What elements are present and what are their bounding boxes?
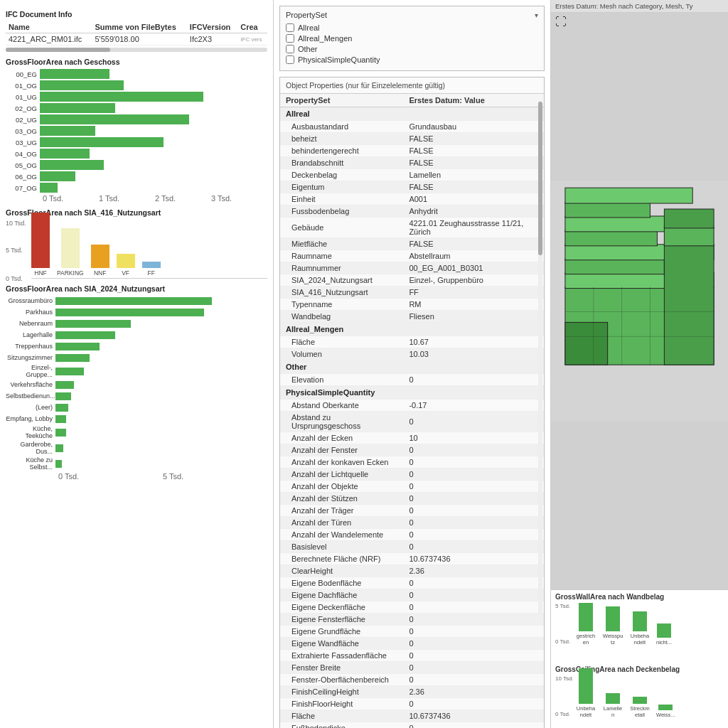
- prop-value: RM: [403, 299, 544, 311]
- nutzart-vbar: HNF PARKING NNF VF FF: [31, 220, 267, 277]
- bar-track: [40, 126, 267, 136]
- checkbox[interactable]: [286, 34, 294, 43]
- viewport-title: Erstes Datum: Mesh nach Category, Mesh, …: [551, 0, 728, 13]
- ceiling-vbar-fill: [658, 705, 673, 710]
- gfa-bar-row: 05_OG: [6, 160, 267, 170]
- ifc-bytes: 5'559'018.00: [92, 33, 186, 46]
- nutzart2-bar-row: Lagerhalle: [6, 330, 267, 340]
- ps-dropdown-icon[interactable]: ▾: [535, 11, 538, 19]
- vbar-fill: [91, 245, 109, 268]
- prop-value: Lamellen: [403, 169, 544, 181]
- checkbox-row[interactable]: Other: [286, 45, 538, 53]
- wall-vbar-col: nicht...: [656, 623, 672, 646]
- checkbox-row[interactable]: Allreal: [286, 23, 538, 32]
- prop-name: Eigene Bodenfläche: [280, 577, 403, 589]
- prop-value: 0: [403, 638, 544, 650]
- gfa-geschoss-title: GrossFloorArea nach Geschoss: [6, 58, 267, 66]
- bar-label: Verkehrsfläche: [6, 381, 55, 388]
- gfa-bar-row: 02_OG: [6, 103, 267, 113]
- prop-name: Anzahl der Objekte: [280, 481, 403, 493]
- ifc-version: Ifc2X3: [187, 33, 237, 46]
- nutzart2-chart: Grossraumbüro Parkhaus Nebenraum Lagerha…: [6, 296, 267, 481]
- bar-fill: [55, 343, 100, 350]
- vbar-col: FF: [142, 262, 161, 277]
- bar-fill: [40, 137, 164, 147]
- prop-name: Abstand Oberkante: [280, 400, 403, 412]
- table-row: Anzahl der Objekte0: [280, 481, 544, 493]
- prop-value: 0: [403, 614, 544, 626]
- bar-label: Parkhaus: [6, 309, 55, 316]
- nutzart2-bar-row: Einzel-, Gruppe...: [6, 364, 267, 378]
- bar-label: 06_OG: [6, 173, 40, 181]
- prop-name: Anzahl der Stützen: [280, 493, 403, 505]
- wall-vbar-label: Unbehandelt: [629, 633, 651, 646]
- scrollbar-h[interactable]: [6, 48, 267, 52]
- prop-name: Anzahl der Wandelemente: [280, 529, 403, 541]
- prop-value: FALSE: [403, 145, 544, 157]
- ceiling-vbar-label: Lamellen: [602, 705, 623, 718]
- x-axis-label: 0 Tsd.: [43, 194, 99, 203]
- table-row: Abstand Oberkante-0.17: [280, 400, 544, 412]
- table-row: Berechnete Fläche (NRF)10.6737436: [280, 553, 544, 565]
- bar-label: Garderobe, Dus...: [6, 441, 55, 455]
- prop-name: Abstand zu Ursprungsgeschoss: [280, 412, 403, 432]
- ceiling-vbar-label: Weiss...: [656, 712, 675, 718]
- vbar-col: VF: [117, 254, 135, 277]
- scrollbar-v[interactable]: [538, 101, 542, 614]
- prop-name: Anzahl der Fenster: [280, 444, 403, 456]
- table-row: Raumnummer00_EG_A001_B0301: [280, 262, 544, 274]
- vbar-xlabel: VF: [122, 269, 129, 277]
- table-row: beheiztFALSE: [280, 133, 544, 145]
- bar-label: Lagerhalle: [6, 331, 55, 338]
- prop-value: 0: [403, 577, 544, 589]
- prop-name: Gebäude: [280, 218, 403, 238]
- table-row: Anzahl der Träger0: [280, 505, 544, 517]
- table-row: MietflächeFALSE: [280, 238, 544, 250]
- prop-name: Extrahierte Fassadenfläche: [280, 650, 403, 662]
- prop-name: Brandabschnitt: [280, 157, 403, 169]
- prop-name: Anzahl der Lichtquelle: [280, 469, 403, 481]
- prop-name: Fussbodenbelag: [280, 205, 403, 218]
- expand-icon[interactable]: ⛶: [555, 16, 567, 28]
- gfa-geschoss-chart: 00_EG 01_OG 01_UG 02_OG 02_UG 03_OG 03_U…: [6, 69, 267, 203]
- ifc-doc-title: IFC Document Info: [6, 10, 267, 18]
- prop-value: 0: [403, 505, 544, 517]
- prop-value: 0: [403, 626, 544, 638]
- table-row: SIA_2024_NutzungsartEinzel-, Gruppenbüro: [280, 274, 544, 287]
- table-row: Anzahl der konkaven Ecken0: [280, 456, 544, 469]
- checkbox-row[interactable]: PhysicalSimpleQuantity: [286, 55, 538, 64]
- prop-name: FinishFloorHeight: [280, 698, 403, 710]
- prop-name: Fußbodendicke: [280, 722, 403, 729]
- prop-name: ClearHeight: [280, 565, 403, 577]
- nutzart2-bar-row: Sitzungszimmer: [6, 353, 267, 363]
- nutzart2-title: GrossFloorArea nach SIA_2024_Nutzungsart: [6, 284, 267, 293]
- checkbox-row[interactable]: Allreal_Mengen: [286, 34, 538, 43]
- prop-name: Anzahl der konkaven Ecken: [280, 456, 403, 469]
- ceiling-vbar-col: Streckmetall: [629, 697, 651, 718]
- prop-value: 00_EG_A001_B0301: [403, 262, 544, 274]
- nutzart2-bar-row: Selbstbedienun...: [6, 391, 267, 401]
- checkbox[interactable]: [286, 45, 294, 53]
- checkbox[interactable]: [286, 55, 294, 64]
- right-charts: GrossWallArea nach Wandbelag 5 Tsd. 0 Ts…: [551, 589, 728, 728]
- bar-track: [55, 307, 267, 317]
- bar-fill: [55, 309, 204, 316]
- prop-name: SIA_2024_Nutzungsart: [280, 274, 403, 287]
- prop-name: Elevation: [280, 374, 403, 386]
- wall-vbar-fill: [579, 603, 593, 631]
- wall-vbar-label: gestrichen: [575, 633, 596, 646]
- vbar-col: HNF: [31, 213, 50, 277]
- wall-vbar-col: gestrichen: [575, 603, 596, 646]
- vbar-fill: [31, 213, 50, 268]
- prop-value: 4221.01 Zeughausstrasse 11/21, Zürich: [403, 218, 544, 238]
- prop-name: behindertengerecht: [280, 145, 403, 157]
- props-table-wrap: PropertySet Erstes Datum: Value AllrealA…: [280, 94, 544, 728]
- viewport-3d: ⛶: [551, 13, 728, 589]
- bar-label: Selbstbedienun...: [6, 392, 55, 400]
- table-row: Fenster Breite0: [280, 662, 544, 674]
- bar-label: 01_UG: [6, 93, 40, 101]
- bar-fill: [55, 460, 62, 468]
- checkbox[interactable]: [286, 23, 294, 32]
- bar-fill: [40, 103, 115, 113]
- prop-value: 10.03: [403, 348, 544, 360]
